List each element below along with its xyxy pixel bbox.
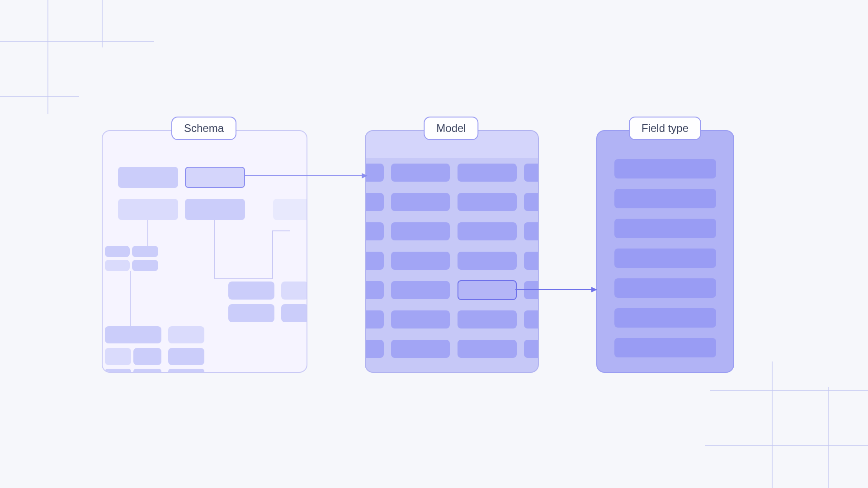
model-cell — [365, 310, 384, 328]
model-cell — [391, 340, 450, 358]
model-cell — [458, 340, 517, 358]
model-cell — [524, 340, 539, 358]
schema-block — [281, 282, 307, 300]
model-cell — [458, 164, 517, 182]
schema-block — [132, 246, 158, 257]
model-panel — [365, 130, 539, 373]
model-cell — [458, 310, 517, 328]
model-cell — [391, 310, 450, 328]
schema-block — [105, 326, 161, 343]
field-type-row — [614, 219, 716, 238]
schema-block — [105, 348, 131, 365]
model-cell — [524, 310, 539, 328]
model-cell — [365, 193, 384, 211]
model-cell — [365, 164, 384, 182]
field-type-panel — [596, 130, 734, 373]
model-cell — [524, 222, 539, 240]
schema-connector — [272, 230, 273, 279]
model-cell — [458, 193, 517, 211]
model-cell — [524, 252, 539, 270]
schema-block — [168, 326, 204, 343]
schema-block — [185, 199, 245, 220]
model-label: Model — [424, 117, 478, 140]
model-cell — [391, 193, 450, 211]
field-type-row — [614, 249, 716, 268]
model-cell-highlighted — [458, 280, 517, 300]
schema-block — [118, 167, 178, 188]
grid-decoration-top-left — [0, 0, 163, 117]
grid-decoration-bottom-right — [705, 361, 868, 488]
schema-block — [105, 260, 130, 271]
model-cell — [365, 281, 384, 299]
model-cell — [391, 164, 450, 182]
model-cell — [458, 252, 517, 270]
schema-block — [281, 304, 307, 322]
schema-block — [273, 199, 307, 220]
model-cell — [524, 193, 539, 211]
schema-block — [105, 246, 130, 257]
schema-label: Schema — [171, 117, 236, 140]
model-cell — [391, 252, 450, 270]
schema-connector — [214, 278, 273, 279]
field-type-row — [614, 308, 716, 328]
schema-block — [133, 369, 161, 373]
schema-block — [228, 282, 274, 300]
model-cell — [365, 340, 384, 358]
model-cell — [391, 281, 450, 299]
schema-block — [118, 199, 178, 220]
field-type-row — [614, 159, 716, 178]
schema-block — [105, 369, 131, 373]
schema-block — [132, 260, 158, 271]
field-type-row — [614, 278, 716, 298]
model-cell — [365, 252, 384, 270]
model-cell — [524, 164, 539, 182]
schema-block — [133, 348, 161, 365]
schema-connector — [272, 230, 290, 231]
model-cell — [458, 222, 517, 240]
schema-block — [168, 369, 204, 373]
field-type-row — [614, 189, 716, 208]
model-cell — [391, 222, 450, 240]
model-cell — [524, 281, 539, 299]
schema-block — [228, 304, 274, 322]
field-type-row — [614, 338, 716, 357]
schema-block-highlighted — [185, 167, 245, 188]
model-cell — [365, 222, 384, 240]
schema-block — [168, 348, 204, 365]
schema-connector — [214, 220, 215, 279]
field-type-label: Field type — [629, 117, 701, 140]
schema-panel — [102, 130, 307, 373]
